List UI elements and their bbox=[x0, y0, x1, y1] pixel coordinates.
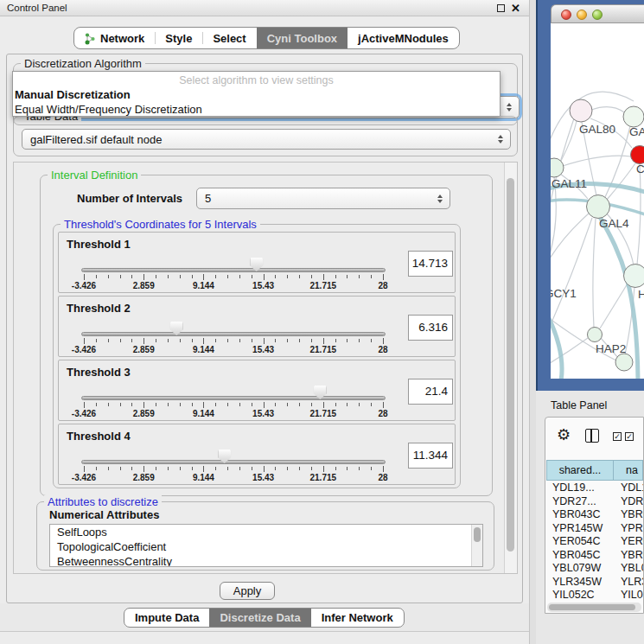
network-window-titlebar[interactable] bbox=[551, 4, 644, 23]
number-of-intervals-spinner[interactable]: 5 bbox=[196, 188, 450, 209]
node-label: GAL11 bbox=[552, 177, 587, 190]
minimize-traffic-light[interactable] bbox=[577, 10, 587, 20]
tab-infer-network[interactable]: Infer Network bbox=[311, 609, 404, 627]
network-edge[interactable] bbox=[607, 163, 635, 200]
scrollbar-thumb[interactable] bbox=[474, 527, 481, 542]
network-edge[interactable] bbox=[600, 284, 628, 328]
tab-impute-data[interactable]: Impute Data bbox=[124, 609, 209, 627]
list-scrollbar[interactable] bbox=[471, 525, 482, 566]
network-graph[interactable]: GAL80GACGAL11GAL4GCY1HHAP2 bbox=[551, 23, 644, 379]
slider-track[interactable] bbox=[81, 396, 386, 400]
close-icon[interactable]: ✕ bbox=[511, 1, 520, 16]
network-edge[interactable] bbox=[551, 218, 592, 336]
network-node-C[interactable] bbox=[631, 146, 644, 164]
table-row[interactable]: YLR345WYLR3 bbox=[546, 576, 643, 590]
tab-select[interactable]: Select bbox=[202, 28, 256, 48]
network-edge[interactable] bbox=[563, 156, 631, 166]
table-row[interactable]: YER054CYER0 bbox=[546, 535, 643, 549]
network-node-GAL80[interactable] bbox=[570, 99, 592, 122]
threshold-value-field[interactable]: 21.4 bbox=[408, 379, 453, 405]
network-node-unlabeled[interactable] bbox=[615, 354, 633, 371]
network-view-canvas[interactable]: GAL80GACGAL11GAL4GCY1HHAP2 bbox=[551, 23, 644, 379]
algorithm-option[interactable]: Manual Discretization bbox=[13, 88, 500, 101]
slider-track[interactable] bbox=[81, 460, 386, 464]
slider-tick bbox=[84, 466, 85, 472]
scrollbar-thumb[interactable] bbox=[507, 178, 514, 552]
network-edge-thick[interactable] bbox=[551, 309, 562, 379]
apply-button[interactable]: Apply bbox=[220, 582, 275, 600]
table-data-combobox[interactable]: galFiltered.sif default node bbox=[22, 129, 511, 150]
table-row[interactable]: YDL19...YDL1 bbox=[546, 481, 643, 495]
tab-network[interactable]: Network bbox=[74, 28, 155, 48]
slider-tick bbox=[215, 339, 216, 342]
number-of-intervals-value: 5 bbox=[205, 192, 211, 205]
slider-tick-labels: -3.4262.8599.14415.4321.71528 bbox=[84, 473, 383, 482]
table-row[interactable]: YIL052CYIL0 bbox=[546, 589, 643, 602]
tab-style[interactable]: Style bbox=[155, 28, 202, 48]
tick-label: 2.859 bbox=[133, 409, 155, 418]
tab-cyni-toolbox[interactable]: Cyni Toolbox bbox=[257, 28, 348, 48]
slider-tick bbox=[156, 467, 156, 470]
scrollbar-thumb[interactable] bbox=[549, 604, 635, 610]
attribute-list-item[interactable]: TopologicalCoefficient bbox=[50, 539, 482, 554]
split-columns-icon[interactable] bbox=[585, 429, 599, 443]
threshold-slider[interactable]: -3.4262.8599.14415.4321.71528 bbox=[59, 424, 455, 484]
tick-label: 15.43 bbox=[252, 345, 274, 354]
threshold-value-field[interactable]: 6.316 bbox=[408, 315, 453, 341]
slider-track[interactable] bbox=[81, 268, 386, 272]
numerical-attributes-list[interactable]: SelfLoopsTopologicalCoefficientBetweenne… bbox=[49, 524, 483, 567]
threshold-slider[interactable]: -3.4262.8599.14415.4321.71528 bbox=[59, 233, 455, 292]
group-title-attributes: Attributes to discretize bbox=[44, 495, 162, 508]
slider-tick bbox=[192, 467, 193, 470]
table-row[interactable]: YBR043CYBR0 bbox=[546, 508, 643, 522]
tab-jactivemnodules[interactable]: jActiveMNodules bbox=[348, 28, 459, 48]
node-table-widget: ⚙ ✓ ✓ shared... na YDL19...YDL1YDR27...Y… bbox=[545, 417, 644, 614]
checkbox-icon[interactable]: ✓ bbox=[613, 432, 622, 441]
zoom-traffic-light[interactable] bbox=[592, 10, 603, 20]
slider-tick bbox=[192, 339, 193, 342]
network-node-HAP2[interactable] bbox=[588, 328, 603, 342]
slider-tick bbox=[323, 274, 324, 280]
panel-divider[interactable] bbox=[529, 0, 536, 644]
slider-tick bbox=[239, 467, 240, 470]
network-edge[interactable] bbox=[561, 121, 577, 161]
tab-label: Infer Network bbox=[322, 611, 393, 624]
panel-scrollbar[interactable] bbox=[504, 163, 517, 573]
cell-shared-name: YBR045C bbox=[546, 549, 614, 563]
close-traffic-light[interactable] bbox=[561, 10, 571, 20]
attribute-list-item[interactable]: BetweennessCentrality bbox=[50, 554, 482, 567]
threshold-slider[interactable]: -3.4262.8599.14415.4321.71528 bbox=[59, 296, 455, 356]
column-header-name[interactable]: na bbox=[614, 460, 643, 481]
threshold-value-field[interactable]: 14.713 bbox=[408, 251, 453, 277]
network-node-H[interactable] bbox=[624, 265, 644, 288]
threshold-slider[interactable]: -3.4262.8599.14415.4321.71528 bbox=[59, 360, 455, 420]
table-row[interactable]: YDR27...YDR2 bbox=[546, 495, 643, 509]
column-header-shared[interactable]: shared... bbox=[546, 460, 614, 481]
cell-name: YBR0 bbox=[614, 508, 643, 522]
slider-track[interactable] bbox=[81, 332, 386, 336]
slider-ticks bbox=[84, 402, 383, 409]
checkbox-icon[interactable]: ✓ bbox=[625, 432, 634, 441]
network-node-GA[interactable] bbox=[623, 106, 644, 127]
slider-tick bbox=[287, 275, 288, 278]
slider-tick bbox=[239, 275, 240, 278]
tick-label: -3.426 bbox=[72, 409, 96, 418]
table-horizontal-scrollbar[interactable] bbox=[547, 603, 641, 612]
network-edge[interactable] bbox=[591, 107, 624, 112]
threshold-value-field[interactable]: 11.344 bbox=[408, 443, 453, 469]
table-row[interactable]: YBR045CYBR0 bbox=[546, 549, 643, 563]
network-edge[interactable] bbox=[593, 219, 596, 328]
attribute-list-item[interactable]: SelfLoops bbox=[50, 525, 482, 539]
float-window-icon[interactable] bbox=[497, 4, 505, 12]
table-row[interactable]: YPR145WYPR1 bbox=[546, 522, 643, 536]
control-panel: Control Panel ✕ NetworkStyleSelectCyni T… bbox=[0, 0, 529, 644]
gear-icon[interactable]: ⚙ bbox=[557, 425, 571, 443]
tab-discretize-data[interactable]: Discretize Data bbox=[209, 609, 310, 627]
table-row[interactable]: YBL079WYBL0 bbox=[546, 562, 643, 576]
slider-tick bbox=[299, 467, 300, 470]
network-node-GAL4[interactable] bbox=[587, 195, 610, 219]
network-edge[interactable] bbox=[551, 177, 556, 271]
network-edge[interactable] bbox=[551, 92, 634, 151]
slider-tick bbox=[168, 403, 169, 406]
algorithm-option[interactable]: Equal Width/Frequency Discretization bbox=[13, 103, 500, 116]
